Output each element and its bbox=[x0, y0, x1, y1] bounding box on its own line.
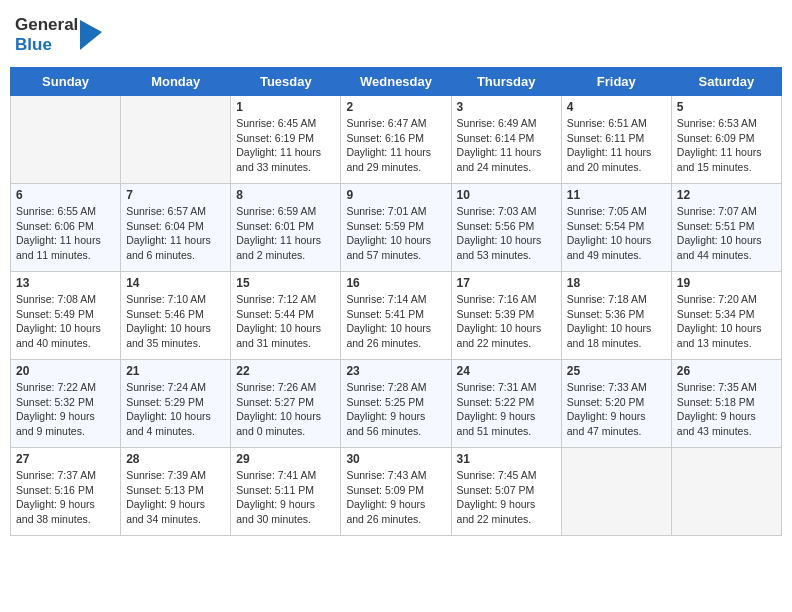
sunset-label: Sunset: 6:11 PM bbox=[567, 132, 645, 144]
svg-marker-0 bbox=[80, 20, 102, 50]
sunrise-label: Sunrise: 7:45 AM bbox=[457, 469, 537, 481]
weekday-header-saturday: Saturday bbox=[671, 68, 781, 96]
calendar-cell bbox=[121, 96, 231, 184]
day-info: Sunrise: 7:28 AM Sunset: 5:25 PM Dayligh… bbox=[346, 380, 445, 439]
sunset-label: Sunset: 5:51 PM bbox=[677, 220, 755, 232]
calendar-cell: 21 Sunrise: 7:24 AM Sunset: 5:29 PM Dayl… bbox=[121, 360, 231, 448]
day-number: 28 bbox=[126, 452, 225, 466]
week-row-5: 27 Sunrise: 7:37 AM Sunset: 5:16 PM Dayl… bbox=[11, 448, 782, 536]
calendar-cell: 23 Sunrise: 7:28 AM Sunset: 5:25 PM Dayl… bbox=[341, 360, 451, 448]
day-number: 15 bbox=[236, 276, 335, 290]
weekday-header-wednesday: Wednesday bbox=[341, 68, 451, 96]
day-number: 13 bbox=[16, 276, 115, 290]
day-number: 7 bbox=[126, 188, 225, 202]
sunrise-label: Sunrise: 7:01 AM bbox=[346, 205, 426, 217]
calendar-cell: 25 Sunrise: 7:33 AM Sunset: 5:20 PM Dayl… bbox=[561, 360, 671, 448]
day-info: Sunrise: 7:01 AM Sunset: 5:59 PM Dayligh… bbox=[346, 204, 445, 263]
sunset-label: Sunset: 5:25 PM bbox=[346, 396, 424, 408]
daylight-label: Daylight: 10 hours and 0 minutes. bbox=[236, 410, 321, 437]
calendar-cell: 15 Sunrise: 7:12 AM Sunset: 5:44 PM Dayl… bbox=[231, 272, 341, 360]
calendar-cell: 10 Sunrise: 7:03 AM Sunset: 5:56 PM Dayl… bbox=[451, 184, 561, 272]
logo-general: General bbox=[15, 15, 78, 35]
day-number: 31 bbox=[457, 452, 556, 466]
sunset-label: Sunset: 5:07 PM bbox=[457, 484, 535, 496]
sunset-label: Sunset: 5:16 PM bbox=[16, 484, 94, 496]
daylight-label: Daylight: 9 hours and 9 minutes. bbox=[16, 410, 95, 437]
week-row-2: 6 Sunrise: 6:55 AM Sunset: 6:06 PM Dayli… bbox=[11, 184, 782, 272]
sunrise-label: Sunrise: 7:18 AM bbox=[567, 293, 647, 305]
daylight-label: Daylight: 9 hours and 38 minutes. bbox=[16, 498, 95, 525]
daylight-label: Daylight: 10 hours and 57 minutes. bbox=[346, 234, 431, 261]
daylight-label: Daylight: 10 hours and 53 minutes. bbox=[457, 234, 542, 261]
day-number: 8 bbox=[236, 188, 335, 202]
day-info: Sunrise: 7:26 AM Sunset: 5:27 PM Dayligh… bbox=[236, 380, 335, 439]
day-number: 17 bbox=[457, 276, 556, 290]
daylight-label: Daylight: 9 hours and 22 minutes. bbox=[457, 498, 536, 525]
day-info: Sunrise: 7:20 AM Sunset: 5:34 PM Dayligh… bbox=[677, 292, 776, 351]
day-info: Sunrise: 7:22 AM Sunset: 5:32 PM Dayligh… bbox=[16, 380, 115, 439]
day-number: 30 bbox=[346, 452, 445, 466]
day-info: Sunrise: 7:41 AM Sunset: 5:11 PM Dayligh… bbox=[236, 468, 335, 527]
page-header: General Blue bbox=[10, 10, 782, 59]
sunrise-label: Sunrise: 6:57 AM bbox=[126, 205, 206, 217]
daylight-label: Daylight: 10 hours and 31 minutes. bbox=[236, 322, 321, 349]
day-info: Sunrise: 7:08 AM Sunset: 5:49 PM Dayligh… bbox=[16, 292, 115, 351]
sunset-label: Sunset: 5:13 PM bbox=[126, 484, 204, 496]
sunrise-label: Sunrise: 7:03 AM bbox=[457, 205, 537, 217]
day-number: 5 bbox=[677, 100, 776, 114]
day-number: 21 bbox=[126, 364, 225, 378]
day-info: Sunrise: 7:37 AM Sunset: 5:16 PM Dayligh… bbox=[16, 468, 115, 527]
sunrise-label: Sunrise: 7:12 AM bbox=[236, 293, 316, 305]
sunset-label: Sunset: 5:59 PM bbox=[346, 220, 424, 232]
daylight-label: Daylight: 9 hours and 56 minutes. bbox=[346, 410, 425, 437]
day-info: Sunrise: 7:39 AM Sunset: 5:13 PM Dayligh… bbox=[126, 468, 225, 527]
calendar-cell: 3 Sunrise: 6:49 AM Sunset: 6:14 PM Dayli… bbox=[451, 96, 561, 184]
calendar-cell: 2 Sunrise: 6:47 AM Sunset: 6:16 PM Dayli… bbox=[341, 96, 451, 184]
day-info: Sunrise: 6:49 AM Sunset: 6:14 PM Dayligh… bbox=[457, 116, 556, 175]
calendar-cell: 24 Sunrise: 7:31 AM Sunset: 5:22 PM Dayl… bbox=[451, 360, 561, 448]
weekday-header-friday: Friday bbox=[561, 68, 671, 96]
sunset-label: Sunset: 5:49 PM bbox=[16, 308, 94, 320]
day-number: 1 bbox=[236, 100, 335, 114]
sunset-label: Sunset: 5:11 PM bbox=[236, 484, 314, 496]
day-number: 29 bbox=[236, 452, 335, 466]
day-info: Sunrise: 7:16 AM Sunset: 5:39 PM Dayligh… bbox=[457, 292, 556, 351]
sunset-label: Sunset: 5:56 PM bbox=[457, 220, 535, 232]
day-info: Sunrise: 6:55 AM Sunset: 6:06 PM Dayligh… bbox=[16, 204, 115, 263]
sunrise-label: Sunrise: 7:35 AM bbox=[677, 381, 757, 393]
weekday-header-monday: Monday bbox=[121, 68, 231, 96]
day-number: 11 bbox=[567, 188, 666, 202]
sunrise-label: Sunrise: 7:43 AM bbox=[346, 469, 426, 481]
sunset-label: Sunset: 5:36 PM bbox=[567, 308, 645, 320]
sunrise-label: Sunrise: 6:45 AM bbox=[236, 117, 316, 129]
sunrise-label: Sunrise: 7:10 AM bbox=[126, 293, 206, 305]
day-info: Sunrise: 7:03 AM Sunset: 5:56 PM Dayligh… bbox=[457, 204, 556, 263]
daylight-label: Daylight: 9 hours and 30 minutes. bbox=[236, 498, 315, 525]
calendar-cell: 27 Sunrise: 7:37 AM Sunset: 5:16 PM Dayl… bbox=[11, 448, 121, 536]
day-info: Sunrise: 6:47 AM Sunset: 6:16 PM Dayligh… bbox=[346, 116, 445, 175]
calendar-table: SundayMondayTuesdayWednesdayThursdayFrid… bbox=[10, 67, 782, 536]
week-row-3: 13 Sunrise: 7:08 AM Sunset: 5:49 PM Dayl… bbox=[11, 272, 782, 360]
daylight-label: Daylight: 10 hours and 18 minutes. bbox=[567, 322, 652, 349]
sunset-label: Sunset: 5:09 PM bbox=[346, 484, 424, 496]
day-number: 10 bbox=[457, 188, 556, 202]
sunrise-label: Sunrise: 6:53 AM bbox=[677, 117, 757, 129]
day-number: 16 bbox=[346, 276, 445, 290]
sunset-label: Sunset: 5:46 PM bbox=[126, 308, 204, 320]
sunrise-label: Sunrise: 6:55 AM bbox=[16, 205, 96, 217]
day-info: Sunrise: 6:45 AM Sunset: 6:19 PM Dayligh… bbox=[236, 116, 335, 175]
sunset-label: Sunset: 5:20 PM bbox=[567, 396, 645, 408]
day-number: 18 bbox=[567, 276, 666, 290]
sunset-label: Sunset: 6:16 PM bbox=[346, 132, 424, 144]
calendar-cell: 12 Sunrise: 7:07 AM Sunset: 5:51 PM Dayl… bbox=[671, 184, 781, 272]
calendar-cell: 29 Sunrise: 7:41 AM Sunset: 5:11 PM Dayl… bbox=[231, 448, 341, 536]
daylight-label: Daylight: 10 hours and 35 minutes. bbox=[126, 322, 211, 349]
day-info: Sunrise: 7:12 AM Sunset: 5:44 PM Dayligh… bbox=[236, 292, 335, 351]
day-number: 3 bbox=[457, 100, 556, 114]
sunrise-label: Sunrise: 7:20 AM bbox=[677, 293, 757, 305]
daylight-label: Daylight: 10 hours and 4 minutes. bbox=[126, 410, 211, 437]
day-number: 25 bbox=[567, 364, 666, 378]
sunset-label: Sunset: 6:09 PM bbox=[677, 132, 755, 144]
calendar-cell: 26 Sunrise: 7:35 AM Sunset: 5:18 PM Dayl… bbox=[671, 360, 781, 448]
calendar-cell: 30 Sunrise: 7:43 AM Sunset: 5:09 PM Dayl… bbox=[341, 448, 451, 536]
